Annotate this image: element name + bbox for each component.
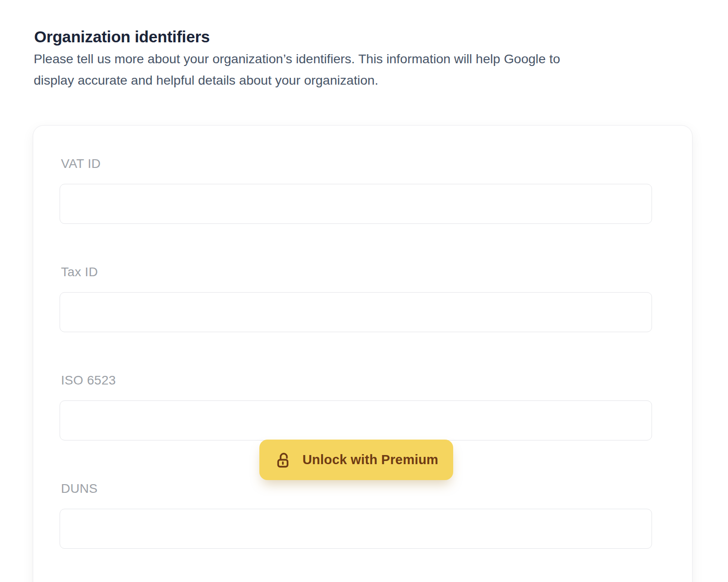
unlock-with-premium-label: Unlock with Premium xyxy=(303,452,439,467)
organization-identifiers-page: Organization identifiers Please tell us … xyxy=(0,0,728,582)
duns-input[interactable] xyxy=(60,509,652,549)
unlock-with-premium-button[interactable]: Unlock with Premium xyxy=(259,440,453,480)
duns-label: DUNS xyxy=(61,481,98,496)
page-description-line-1: Please tell us more about your organizat… xyxy=(34,48,560,70)
page-title: Organization identifiers xyxy=(34,28,210,46)
vat-id-label: VAT ID xyxy=(61,157,101,171)
tax-id-input[interactable] xyxy=(60,292,652,332)
page-description: Please tell us more about your organizat… xyxy=(34,48,560,91)
tax-id-label: Tax ID xyxy=(61,265,98,279)
vat-id-input[interactable] xyxy=(60,184,652,224)
page-description-line-2: display accurate and helpful details abo… xyxy=(34,70,560,91)
identifiers-card: VAT ID Tax ID ISO 6523 DUNS xyxy=(33,125,693,582)
lock-open-icon xyxy=(274,451,293,469)
iso-6523-label: ISO 6523 xyxy=(61,373,116,388)
iso-6523-input[interactable] xyxy=(60,400,652,440)
